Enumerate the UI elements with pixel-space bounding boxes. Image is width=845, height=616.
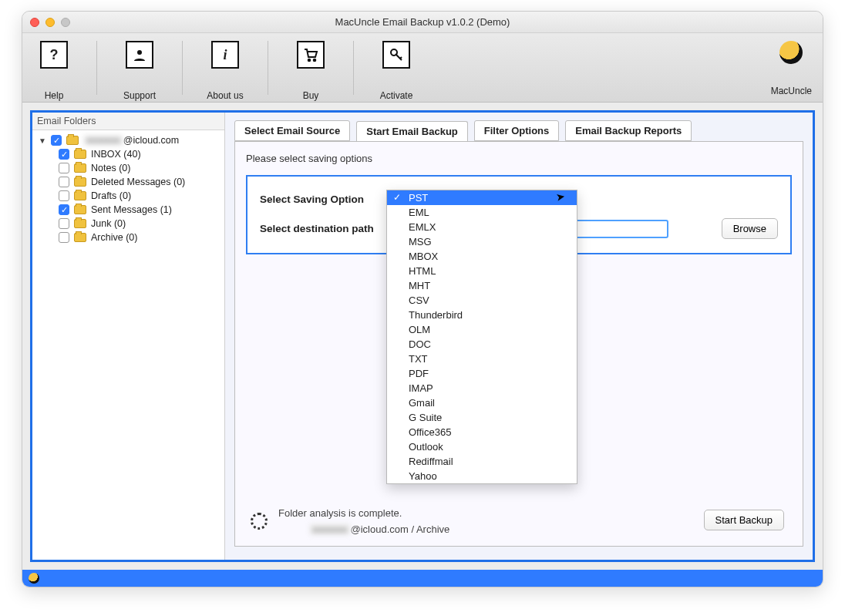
dropdown-option[interactable]: MHT <box>387 278 577 293</box>
folder-icon <box>74 150 86 159</box>
cart-icon <box>297 41 325 69</box>
checkbox[interactable]: ✓ <box>59 204 69 215</box>
checkbox[interactable]: ✓ <box>51 135 62 146</box>
start-backup-button[interactable]: Start Backup <box>704 510 784 530</box>
toolbar-item-buy[interactable]: Buy <box>288 41 333 101</box>
dropdown-option[interactable]: OLM <box>387 322 577 337</box>
toolbar-separator <box>182 41 183 95</box>
toolbar-item-about[interactable]: i About us <box>203 41 247 101</box>
folder-icon <box>74 205 86 214</box>
main-panel: Email Folders ▼ ✓ xxxxxxx@icloud.com ✓IN… <box>30 110 815 562</box>
brand: MacUncle <box>771 41 812 96</box>
checkbox[interactable] <box>59 232 69 243</box>
dropdown-option[interactable]: Yahoo <box>387 469 577 483</box>
toolbar-group: ? Help Support i About us Buy <box>32 41 419 101</box>
dropdown-option[interactable]: TXT <box>387 352 577 366</box>
tab-bar: Select Email SourceStart Email BackupFil… <box>234 120 803 141</box>
tree-item[interactable]: ✓Sent Messages (1) <box>35 203 221 217</box>
status-path: xxxxxxx@icloud.com / Archive <box>309 523 449 535</box>
titlebar: MacUncle Email Backup v1.0.2 (Demo) <box>22 12 823 33</box>
dropdown-option[interactable]: Thunderbird <box>387 308 577 322</box>
checkbox[interactable] <box>59 177 69 187</box>
folder-icon <box>74 219 86 228</box>
content-area: Email Folders ▼ ✓ xxxxxxx@icloud.com ✓IN… <box>22 103 823 570</box>
app-window: MacUncle Email Backup v1.0.2 (Demo) ? He… <box>22 11 823 587</box>
dropdown-option[interactable]: EML <box>387 205 577 220</box>
destination-label: Select destination path <box>260 223 391 234</box>
tab-body: Please select saving options Select Savi… <box>234 141 803 547</box>
tree-item[interactable]: Deleted Messages (0) <box>35 175 221 189</box>
tab[interactable]: Select Email Source <box>234 120 350 141</box>
toolbar: ? Help Support i About us Buy <box>22 33 823 103</box>
svg-point-2 <box>314 59 316 62</box>
main-area: Select Email SourceStart Email BackupFil… <box>225 113 813 560</box>
tab[interactable]: Email Backup Reports <box>565 120 692 141</box>
tree-root-label: xxxxxxx@icloud.com <box>83 135 179 146</box>
toolbar-item-support[interactable]: Support <box>117 41 162 101</box>
sidebar: Email Folders ▼ ✓ xxxxxxx@icloud.com ✓IN… <box>32 113 225 560</box>
tree-item-label: INBOX (40) <box>91 149 141 160</box>
dropdown-option[interactable]: EMLX <box>387 220 577 234</box>
status-area: Folder analysis is complete. xxxxxxx@icl… <box>251 507 787 535</box>
dropdown-option[interactable]: MBOX <box>387 249 577 264</box>
toolbar-label: Support <box>123 90 156 101</box>
dropdown-option[interactable]: Outlook <box>387 439 577 454</box>
browse-button[interactable]: Browse <box>722 218 778 239</box>
brand-label: MacUncle <box>771 86 812 96</box>
sidebar-header: Email Folders <box>32 113 224 130</box>
window-title: MacUncle Email Backup v1.0.2 (Demo) <box>22 16 823 28</box>
dropdown-option[interactable]: PST <box>387 190 577 205</box>
tab[interactable]: Filter Options <box>474 120 560 141</box>
dropdown-option[interactable]: G Suite <box>387 410 577 425</box>
checkbox[interactable] <box>59 190 69 201</box>
toolbar-item-activate[interactable]: Activate <box>374 41 419 101</box>
tree-item-label: Sent Messages (1) <box>91 204 172 215</box>
help-icon: ? <box>40 41 68 69</box>
tree-item[interactable]: Archive (0) <box>35 231 221 244</box>
tree-item-label: Drafts (0) <box>91 190 131 201</box>
saving-option-label: Select Saving Option <box>260 194 391 205</box>
dropdown-option[interactable]: CSV <box>387 293 577 308</box>
toolbar-label: Buy <box>303 90 319 101</box>
dropdown-option[interactable]: DOC <box>387 337 577 352</box>
dropdown-option[interactable]: IMAP <box>387 381 577 396</box>
toolbar-item-help[interactable]: ? Help <box>32 41 76 101</box>
spinner-icon <box>251 513 268 530</box>
dropdown-option[interactable]: HTML <box>387 264 577 278</box>
tree-item-label: Deleted Messages (0) <box>91 177 185 187</box>
saving-option-dropdown[interactable]: PSTEMLEMLXMSGMBOXHTMLMHTCSVThunderbirdOL… <box>386 190 577 484</box>
toolbar-separator <box>268 41 268 95</box>
info-icon: i <box>211 41 239 69</box>
tree-item[interactable]: Notes (0) <box>35 161 221 175</box>
brand-icon <box>779 41 803 64</box>
tree-item[interactable]: ✓INBOX (40) <box>35 147 221 161</box>
tree-root[interactable]: ▼ ✓ xxxxxxx@icloud.com <box>35 133 221 147</box>
toolbar-separator <box>353 41 354 95</box>
toolbar-label: Activate <box>380 90 413 101</box>
bottom-bar <box>22 570 823 587</box>
dropdown-option[interactable]: Gmail <box>387 396 577 410</box>
dropdown-option[interactable]: MSG <box>387 234 577 249</box>
folder-tree: ▼ ✓ xxxxxxx@icloud.com ✓INBOX (40)Notes … <box>32 130 224 247</box>
checkbox[interactable] <box>59 218 69 229</box>
tab[interactable]: Start Email Backup <box>356 121 468 142</box>
chevron-down-icon[interactable]: ▼ <box>39 136 46 145</box>
folder-icon <box>66 136 79 145</box>
dropdown-option[interactable]: Office365 <box>387 425 577 439</box>
checkbox[interactable] <box>59 163 69 173</box>
tree-item[interactable]: Junk (0) <box>35 217 221 231</box>
brand-mini-icon <box>29 573 39 584</box>
support-icon <box>126 41 153 69</box>
toolbar-separator <box>96 41 97 95</box>
dropdown-option[interactable]: Rediffmail <box>387 454 577 469</box>
checkbox[interactable]: ✓ <box>59 149 69 160</box>
instruction-text: Please select saving options <box>246 153 792 164</box>
tree-item[interactable]: Drafts (0) <box>35 189 221 203</box>
toolbar-label: Help <box>45 90 64 101</box>
dropdown-option[interactable]: PDF <box>387 366 577 381</box>
cursor-icon: ➤ <box>555 190 567 204</box>
tree-item-label: Junk (0) <box>91 218 126 229</box>
key-icon <box>382 41 410 69</box>
svg-point-0 <box>137 50 142 55</box>
folder-icon <box>74 233 86 242</box>
